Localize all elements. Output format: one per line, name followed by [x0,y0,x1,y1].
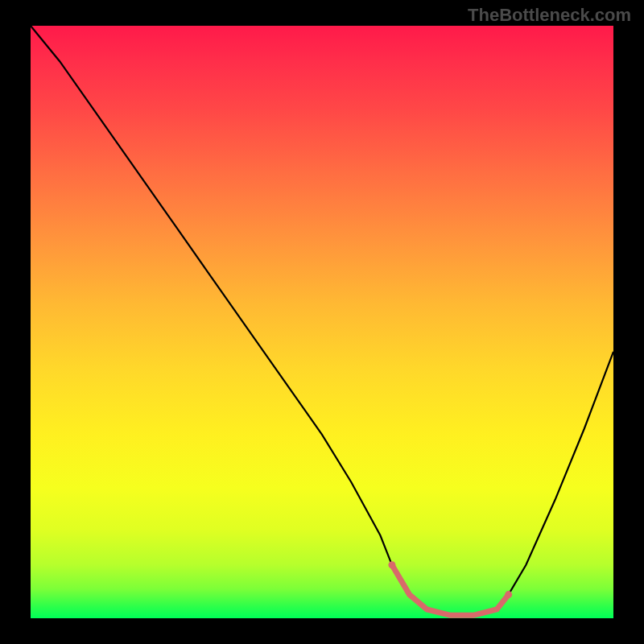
chart-plot-area [31,26,613,618]
optimal-segment-line [392,565,509,616]
chart-svg [31,26,613,618]
optimal-endpoint-dot [505,591,512,598]
optimal-endpoint-dot [388,561,395,568]
watermark-text: TheBottleneck.com [468,5,631,26]
bottleneck-curve-line [31,26,613,615]
